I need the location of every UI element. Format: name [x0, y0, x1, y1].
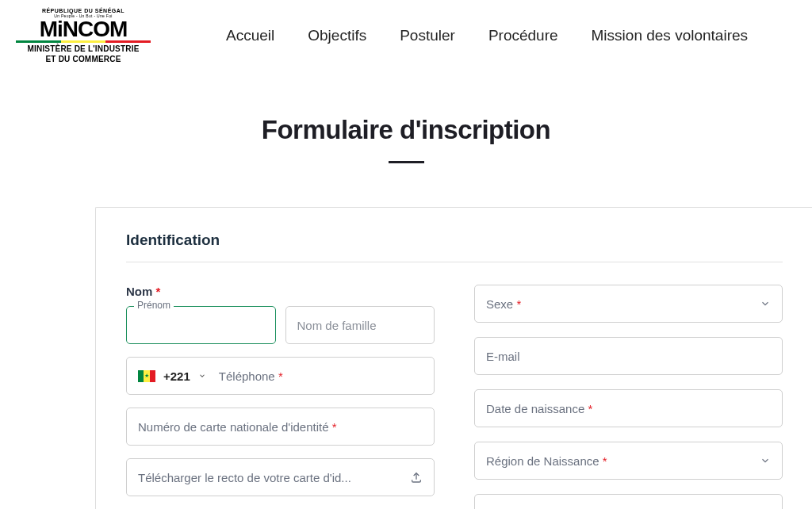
dial-code: +221 [163, 369, 190, 383]
upload-cni-recto[interactable]: Télécharger le recto de votre carte d'id… [126, 458, 435, 496]
upload-icon [410, 471, 423, 484]
email-input[interactable]: E-mail [474, 337, 783, 375]
title-underline [389, 161, 424, 163]
region-select[interactable]: Région de Naissance * [474, 442, 783, 480]
required-marker: * [156, 285, 161, 298]
prenom-wrap: Prénom [126, 306, 276, 344]
registration-form: Identification Nom * Prénom +221 [95, 207, 812, 509]
senegal-flag-icon [138, 370, 155, 382]
nom-label: Nom * [126, 285, 435, 298]
dob-input[interactable]: Date de naissance * [474, 389, 783, 427]
situation-select[interactable]: Situation matrimoniale * [474, 494, 783, 509]
nav-mission[interactable]: Mission des volontaires [592, 27, 748, 44]
logo-ministry-line2: ET DU COMMERCE [16, 55, 151, 63]
phone-label: Téléphone * [219, 369, 283, 383]
form-col-right: Sexe * E-mail Date de naissance * Région… [474, 285, 783, 509]
nav-objectifs[interactable]: Objectifs [308, 27, 366, 44]
nav-procedure[interactable]: Procédure [488, 27, 558, 44]
prenom-input[interactable] [126, 306, 276, 344]
logo-flag-bars [16, 40, 151, 43]
chevron-down-icon [760, 298, 771, 309]
nav-accueil[interactable]: Accueil [226, 27, 274, 44]
logo-ministry-line1: MINISTÈRE DE L'INDUSTRIE [16, 44, 151, 53]
prenom-float-label: Prénom [134, 300, 174, 311]
cni-input[interactable]: Numéro de carte nationale d'identité * [126, 408, 435, 446]
phone-field[interactable]: +221 Téléphone * [126, 357, 435, 395]
logo-brand: MiNCOM [16, 18, 151, 40]
section-identification: Identification [126, 232, 783, 262]
chevron-down-icon [760, 455, 771, 466]
logo-republic: RÉPUBLIQUE DU SÉNÉGAL [16, 8, 151, 13]
nav-postuler[interactable]: Postuler [400, 27, 455, 44]
main-nav: Accueil Objectifs Postuler Procédure Mis… [226, 27, 748, 44]
form-col-left: Nom * Prénom +221 [126, 285, 435, 509]
page-title: Formulaire d'inscription [0, 115, 812, 145]
sexe-select[interactable]: Sexe * [474, 285, 783, 323]
famille-input[interactable] [285, 306, 435, 344]
logo: RÉPUBLIQUE DU SÉNÉGAL Un Peuple - Un But… [16, 8, 151, 63]
chevron-down-icon[interactable] [198, 372, 206, 380]
famille-wrap [285, 306, 435, 344]
